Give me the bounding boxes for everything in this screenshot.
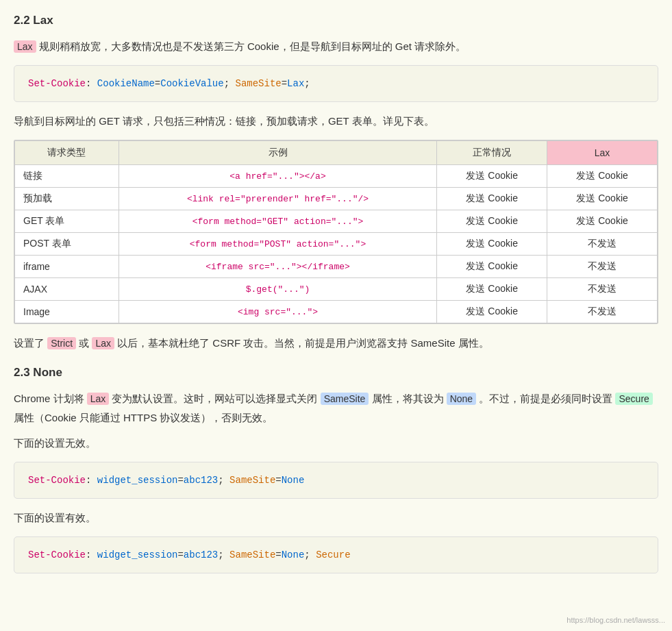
table-row: Image bbox=[15, 301, 119, 323]
table-row: 预加载 bbox=[15, 188, 119, 210]
table-row: 发送 Cookie bbox=[437, 233, 547, 256]
table-row: 不发送 bbox=[547, 256, 658, 278]
footer-after: 以后，基本就杜绝了 CSRF 攻击。当然，前提是用户浏览器支持 SameSite… bbox=[117, 337, 489, 349]
lax-intro: Lax 规则稍稍放宽，大多数情况也是不发送第三方 Cookie，但是导航到目标网… bbox=[14, 37, 658, 55]
section-none: 2.3 None Chrome 计划将 Lax 变为默认设置。这时，网站可以选择… bbox=[14, 366, 658, 573]
none-valid-text: 下面的设置有效。 bbox=[14, 508, 658, 527]
none-intro: Chrome 计划将 Lax 变为默认设置。这时，网站可以选择显式关闭 Same… bbox=[14, 389, 658, 426]
th-request-type: 请求类型 bbox=[15, 141, 119, 165]
none-none-highlight: None bbox=[447, 393, 476, 405]
th-normal: 正常情况 bbox=[437, 141, 547, 165]
none-secure-highlight: Secure bbox=[615, 393, 652, 405]
table-row: $.get("...") bbox=[119, 278, 437, 301]
lax-table: 请求类型 示例 正常情况 Lax 链接<a href="..."></a>发送 … bbox=[14, 140, 658, 323]
lax-table-container: 请求类型 示例 正常情况 Lax 链接<a href="..."></a>发送 … bbox=[14, 140, 658, 324]
none-intro-before: Chrome 计划将 bbox=[14, 393, 84, 404]
none-intro-mid1: 变为默认设置。这时，网站可以选择显式关闭 bbox=[112, 393, 317, 404]
code2-content: Set-Cookie: widget_session=abc123; SameS… bbox=[28, 475, 304, 486]
table-row: <form method="POST" action="..."> bbox=[119, 233, 437, 256]
footer-middle: 或 bbox=[79, 337, 89, 349]
footer-lax-highlight: Lax bbox=[92, 337, 114, 349]
table-row: 发送 Cookie bbox=[437, 210, 547, 233]
lax-highlight: Lax bbox=[14, 40, 36, 53]
none-intro-after: 。不过，前提是必须同时设置 bbox=[479, 393, 612, 404]
code3-content: Set-Cookie: widget_session=abc123; SameS… bbox=[28, 549, 351, 560]
code-set-cookie: Set-Cookie: CookieName=CookieValue; Same… bbox=[28, 78, 310, 89]
table-row: 不发送 bbox=[547, 278, 658, 301]
section-none-title: 2.3 None bbox=[14, 366, 658, 380]
table-row: 不发送 bbox=[547, 233, 658, 256]
table-row: AJAX bbox=[15, 278, 119, 301]
section-lax: 2.2 Lax Lax 规则稍稍放宽，大多数情况也是不发送第三方 Cookie，… bbox=[14, 14, 658, 352]
th-lax: Lax bbox=[547, 141, 658, 165]
lax-description: 导航到目标网址的 GET 请求，只包括三种情况：链接，预加载请求，GET 表单。… bbox=[14, 112, 658, 130]
none-intro-end: 属性（Cookie 只能通过 HTTPS 协议发送），否则无效。 bbox=[14, 412, 273, 423]
none-lax-highlight: Lax bbox=[87, 393, 110, 405]
table-row: <form method="GET" action="..."> bbox=[119, 210, 437, 233]
table-row: 发送 Cookie bbox=[437, 256, 547, 278]
none-intro-mid2: 属性，将其设为 bbox=[372, 393, 444, 404]
table-row: <iframe src="..."></iframe> bbox=[119, 256, 437, 278]
table-row: 发送 Cookie bbox=[437, 188, 547, 210]
table-row: POST 表单 bbox=[15, 233, 119, 256]
lax-footer: 设置了 Strict 或 Lax 以后，基本就杜绝了 CSRF 攻击。当然，前提… bbox=[14, 334, 658, 352]
table-row: 发送 Cookie bbox=[547, 165, 658, 188]
code-block-2: Set-Cookie: widget_session=abc123; SameS… bbox=[14, 462, 658, 499]
none-invalid-text: 下面的设置无效。 bbox=[14, 434, 658, 452]
th-example: 示例 bbox=[119, 141, 437, 165]
code-block-3: Set-Cookie: widget_session=abc123; SameS… bbox=[14, 536, 658, 573]
table-row: 不发送 bbox=[547, 301, 658, 323]
table-row: <img src="..."> bbox=[119, 301, 437, 323]
table-row: 发送 Cookie bbox=[547, 210, 658, 233]
footer-strict-highlight: Strict bbox=[47, 337, 76, 349]
section-lax-title: 2.2 Lax bbox=[14, 14, 658, 27]
none-samesite-highlight: SameSite bbox=[321, 393, 369, 405]
table-row: <link rel="prerender" href="..."/> bbox=[119, 188, 437, 210]
footer-before: 设置了 bbox=[14, 337, 45, 349]
code-block-1: Set-Cookie: CookieName=CookieValue; Same… bbox=[14, 65, 658, 102]
table-row: 发送 Cookie bbox=[437, 165, 547, 188]
table-row: 发送 Cookie bbox=[437, 301, 547, 323]
table-row: GET 表单 bbox=[15, 210, 119, 233]
table-row: 发送 Cookie bbox=[547, 188, 658, 210]
table-row: 发送 Cookie bbox=[437, 278, 547, 301]
table-row: iframe bbox=[15, 256, 119, 278]
lax-intro-text: 规则稍稍放宽，大多数情况也是不发送第三方 Cookie，但是导航到目标网址的 G… bbox=[39, 40, 466, 52]
table-row: <a href="..."></a> bbox=[119, 165, 437, 188]
table-row: 链接 bbox=[15, 165, 119, 188]
